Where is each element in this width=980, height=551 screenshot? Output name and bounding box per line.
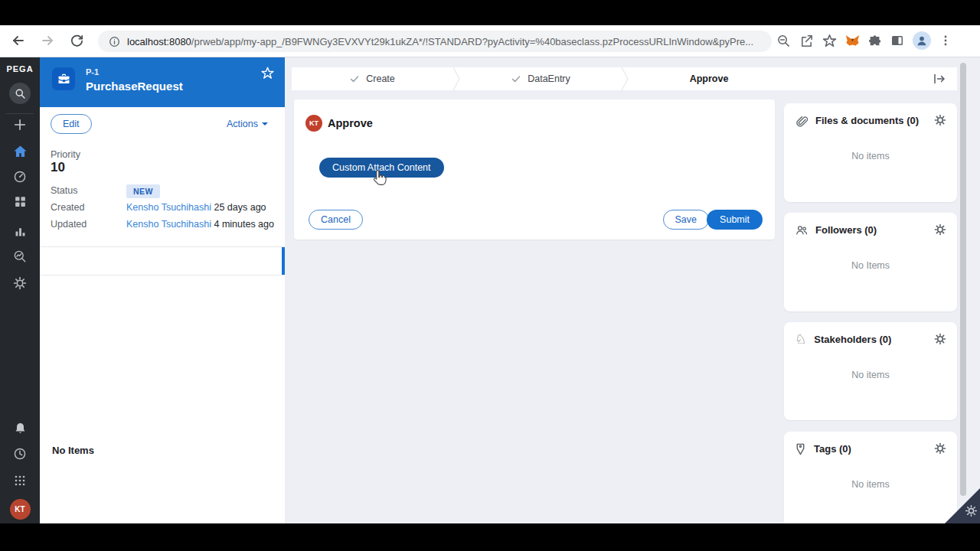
stage-chevron-separator xyxy=(452,67,460,90)
nav-insights-button[interactable] xyxy=(0,249,40,264)
todo-list-item[interactable]: No Items xyxy=(40,247,285,275)
nav-caseworklist-button[interactable] xyxy=(0,194,40,209)
favorite-star-icon[interactable] xyxy=(261,67,274,83)
selected-indicator-bar xyxy=(282,247,285,275)
site-info-icon[interactable] xyxy=(109,36,120,47)
gear-icon[interactable] xyxy=(934,114,946,126)
empty-state-text: No Items xyxy=(784,260,957,271)
apps-grid-icon xyxy=(14,474,26,487)
app-viewport: PEGA xyxy=(0,57,980,523)
search-icon xyxy=(9,83,31,104)
cancel-button[interactable]: Cancel xyxy=(309,210,363,230)
nav-reports-button[interactable] xyxy=(0,223,40,239)
actions-label: Actions xyxy=(227,119,258,129)
nav-app-switcher-button[interactable] xyxy=(0,473,40,488)
custom-attach-content-button[interactable]: Custom Attach Content xyxy=(319,158,444,178)
divider xyxy=(40,275,285,276)
status-badge: NEW xyxy=(126,184,160,198)
stage-label: Approve xyxy=(690,73,729,84)
plus-icon xyxy=(13,118,27,132)
reload-icon[interactable] xyxy=(67,31,86,50)
browser-action-icons xyxy=(776,31,952,50)
tag-icon xyxy=(795,442,806,455)
created-label: Created xyxy=(51,202,84,213)
actions-menu-button[interactable]: Actions xyxy=(227,119,268,129)
extensions-puzzle-icon[interactable] xyxy=(868,34,882,47)
stakeholders-icon: ♘ xyxy=(795,333,806,346)
priority-value: 10 xyxy=(51,160,65,175)
zoom-out-icon[interactable] xyxy=(776,34,791,48)
corner-gear-icon[interactable] xyxy=(965,504,978,520)
panel-title: Tags (0) xyxy=(814,443,926,455)
bookmark-star-icon[interactable] xyxy=(822,34,837,48)
window-top-strip xyxy=(0,0,980,25)
stakeholders-panel: ♘ Stakeholders (0) No items xyxy=(784,322,957,420)
updated-by-link[interactable]: Kensho Tsuchihashi xyxy=(126,219,211,230)
grid-icon xyxy=(14,195,27,208)
insights-search-icon xyxy=(13,249,27,263)
case-header: P-1 PurchaseRequest xyxy=(40,57,285,107)
browser-profile-avatar[interactable] xyxy=(913,31,931,50)
case-id: P-1 xyxy=(86,67,99,77)
assignment-heading: Approve xyxy=(328,117,373,129)
panel-title: Files & documents (0) xyxy=(815,115,926,126)
nav-notifications-button[interactable] xyxy=(0,421,40,436)
empty-state-text: No items xyxy=(784,151,957,161)
forward-icon[interactable] xyxy=(38,31,57,50)
submit-button[interactable]: Submit xyxy=(707,210,763,230)
nav-recents-button[interactable] xyxy=(0,446,40,461)
gear-icon[interactable] xyxy=(934,442,946,455)
window-bottom-strip xyxy=(0,523,980,551)
case-type-icon-tile xyxy=(52,67,75,90)
followers-icon xyxy=(795,223,808,236)
side-panel-icon[interactable] xyxy=(890,34,904,47)
bar-chart-icon xyxy=(14,225,27,238)
edit-button[interactable]: Edit xyxy=(51,114,92,134)
nav-create-button[interactable] xyxy=(0,117,40,132)
files-documents-panel: Files & documents (0) No items xyxy=(784,103,957,202)
stage-dataentry[interactable]: DataEntry xyxy=(460,67,621,90)
nav-user-avatar[interactable]: KT xyxy=(0,498,40,520)
user-avatar-initials: KT xyxy=(10,499,31,520)
home-icon xyxy=(13,145,28,158)
stage-label: DataEntry xyxy=(528,73,570,84)
stage-approve[interactable]: Approve xyxy=(629,67,789,90)
check-icon xyxy=(511,73,521,84)
stage-label: Create xyxy=(366,73,395,84)
created-value: Kensho Tsuchihashi 25 days ago xyxy=(126,202,266,213)
paperclip-icon xyxy=(795,114,808,127)
chevron-down-icon xyxy=(262,122,268,126)
share-icon[interactable] xyxy=(799,34,814,48)
assignee-avatar: KT xyxy=(305,115,322,132)
created-by-link[interactable]: Kensho Tsuchihashi xyxy=(126,202,211,213)
browser-menu-icon[interactable] xyxy=(939,34,952,47)
gauge-icon xyxy=(13,170,27,184)
stage-create[interactable]: Create xyxy=(292,67,452,90)
nav-settings-button[interactable] xyxy=(0,276,40,291)
nav-divider xyxy=(6,113,34,114)
collapse-panel-icon[interactable] xyxy=(933,72,946,89)
scrollbar-thumb[interactable] xyxy=(960,63,966,496)
briefcase-icon xyxy=(57,73,70,85)
tags-panel: Tags (0) No items xyxy=(784,432,957,523)
gear-icon[interactable] xyxy=(934,333,946,345)
priority-label: Priority xyxy=(51,149,80,160)
clock-icon xyxy=(13,447,27,461)
status-label: Status xyxy=(51,185,77,196)
assignment-card: KT Approve Custom Attach Content Cancel … xyxy=(294,99,775,240)
screenshot-root: localhost:8080/prweb/app/my-app_/B9FWNGy… xyxy=(0,0,980,551)
metamask-extension-icon[interactable] xyxy=(845,34,860,48)
gear-icon[interactable] xyxy=(934,223,946,236)
nav-dashboard-button[interactable] xyxy=(0,169,40,184)
case-name: PurchaseRequest xyxy=(86,80,183,93)
address-bar[interactable]: localhost:8080/prweb/app/my-app_/B9FWNGy… xyxy=(98,31,772,52)
back-icon[interactable] xyxy=(9,31,28,50)
case-stage-stepper: Create DataEntry Approve xyxy=(292,67,957,90)
stage-chevron-separator xyxy=(621,67,629,90)
case-summary-panel: P-1 PurchaseRequest Edit Actions Priorit… xyxy=(40,57,285,523)
nav-search-button[interactable] xyxy=(0,83,40,104)
nav-home-button[interactable] xyxy=(0,144,40,159)
save-button[interactable]: Save xyxy=(663,210,710,230)
updated-value: Kensho Tsuchihashi 4 minutes ago xyxy=(126,219,274,230)
bell-icon xyxy=(14,422,27,435)
